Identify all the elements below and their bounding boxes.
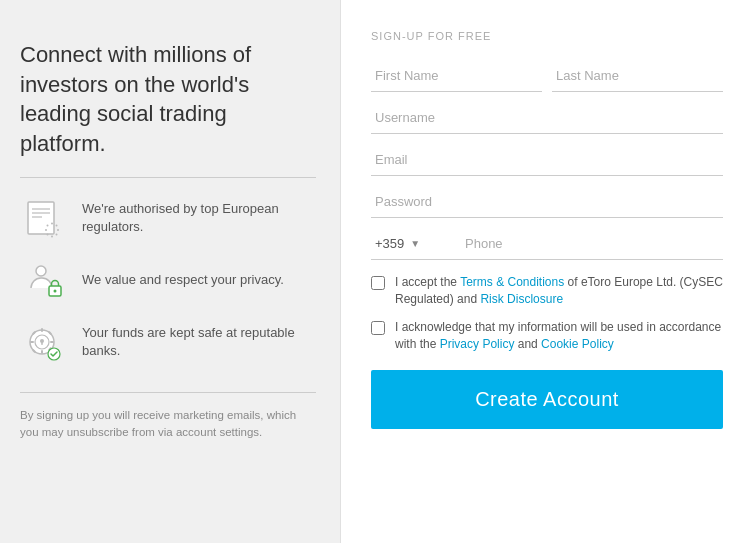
regulators-icon: [20, 194, 68, 242]
right-panel: SIGN-UP FOR FREE +359 ▼ I accept the Ter…: [340, 0, 753, 543]
terms-checkbox[interactable]: [371, 276, 385, 290]
svg-point-7: [57, 229, 59, 231]
divider-top: [20, 177, 316, 178]
feature-list: We're authorised by top European regulat…: [20, 194, 316, 366]
privacy-policy-link[interactable]: Privacy Policy: [440, 337, 515, 351]
risk-disclosure-link[interactable]: Risk Disclosure: [480, 292, 563, 306]
feature-item-regulators: We're authorised by top European regulat…: [20, 194, 316, 242]
chevron-down-icon: ▼: [410, 238, 420, 249]
password-row: [371, 186, 723, 218]
email-input[interactable]: [371, 144, 723, 176]
checkbox-item-privacy: I acknowledge that my information will b…: [371, 319, 723, 354]
name-row: [371, 60, 723, 92]
terms-label: I accept the Terms & Conditions of eToro…: [395, 274, 723, 309]
svg-point-8: [56, 233, 58, 235]
last-name-input[interactable]: [552, 60, 723, 92]
first-name-input[interactable]: [371, 60, 542, 92]
cookie-policy-link[interactable]: Cookie Policy: [541, 337, 614, 351]
svg-rect-27: [41, 342, 43, 345]
svg-point-10: [47, 233, 49, 235]
checkbox-item-terms: I accept the Terms & Conditions of eToro…: [371, 274, 723, 309]
svg-point-13: [36, 266, 46, 276]
svg-point-5: [51, 222, 53, 224]
password-input[interactable]: [371, 186, 723, 218]
feature-item-privacy: We value and respect your privacy.: [20, 256, 316, 304]
left-panel: Connect with millions of investors on th…: [0, 0, 340, 543]
svg-point-9: [51, 235, 53, 237]
divider-bottom: [20, 392, 316, 393]
create-account-button[interactable]: Create Account: [371, 370, 723, 429]
privacy-text-mid: and: [514, 337, 541, 351]
phone-row: +359 ▼: [371, 228, 723, 260]
svg-rect-0: [28, 202, 54, 234]
username-input[interactable]: [371, 102, 723, 134]
svg-point-6: [56, 224, 58, 226]
feature-item-bank: Your funds are kept safe at reputable ba…: [20, 318, 316, 366]
svg-rect-20: [30, 341, 34, 343]
svg-point-12: [47, 224, 49, 226]
email-row: [371, 144, 723, 176]
terms-conditions-link[interactable]: Terms & Conditions: [460, 275, 564, 289]
svg-point-15: [54, 289, 57, 292]
svg-rect-21: [50, 341, 54, 343]
signup-label: SIGN-UP FOR FREE: [371, 30, 723, 42]
svg-point-11: [45, 229, 47, 231]
phone-country-selector[interactable]: +359 ▼: [371, 228, 461, 260]
bank-icon: [20, 318, 68, 366]
phone-input[interactable]: [461, 228, 723, 260]
marketing-note: By signing up you will receive marketing…: [20, 407, 316, 442]
headline: Connect with millions of investors on th…: [20, 40, 316, 159]
privacy-label: I acknowledge that my information will b…: [395, 319, 723, 354]
svg-rect-18: [41, 328, 43, 332]
svg-rect-19: [41, 350, 43, 354]
feature-text-privacy: We value and respect your privacy.: [82, 271, 284, 289]
phone-country-code: +359: [375, 236, 404, 251]
feature-text-bank: Your funds are kept safe at reputable ba…: [82, 324, 316, 360]
terms-text-before: I accept the: [395, 275, 460, 289]
checkbox-group: I accept the Terms & Conditions of eToro…: [371, 274, 723, 354]
privacy-checkbox[interactable]: [371, 321, 385, 335]
privacy-icon: [20, 256, 68, 304]
username-row: [371, 102, 723, 134]
feature-text-regulators: We're authorised by top European regulat…: [82, 200, 316, 236]
